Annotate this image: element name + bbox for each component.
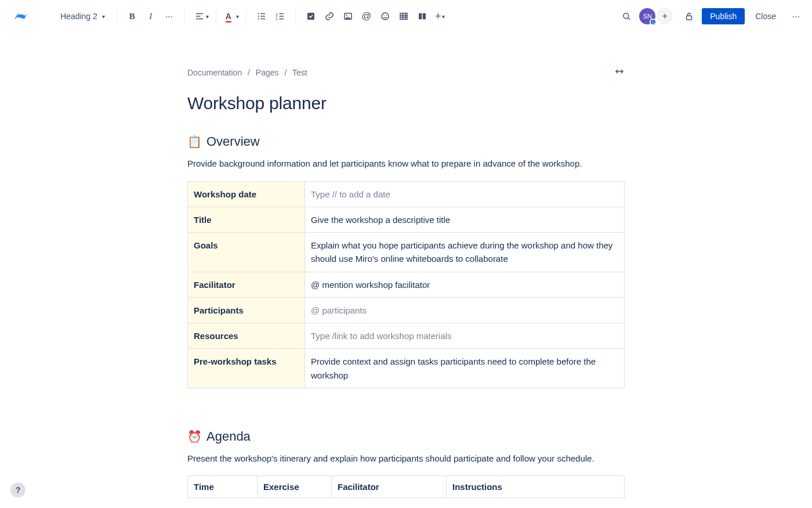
table-row[interactable]: Participants@ participants — [188, 297, 625, 323]
unlock-icon — [684, 11, 694, 21]
more-actions-button[interactable]: ⋯ — [786, 7, 805, 26]
emoji-icon — [380, 11, 390, 21]
table-row[interactable]: GoalsExplain what you hope participants … — [188, 233, 625, 272]
svg-rect-13 — [419, 13, 422, 20]
table-row-label[interactable]: Pre-workshop tasks — [188, 349, 305, 388]
numbered-list-button[interactable]: 123 — [271, 7, 289, 26]
svg-rect-6 — [307, 13, 314, 20]
chevron-down-icon: ▾ — [102, 13, 105, 20]
editor-canvas[interactable]: Documentation / Pages / Test Workshop pl… — [0, 33, 812, 498]
bold-icon: B — [129, 12, 135, 21]
bold-button[interactable]: B — [123, 7, 142, 26]
toolbar-divider — [216, 9, 216, 23]
table-row-value[interactable]: @ participants — [305, 297, 625, 323]
table-row[interactable]: TitleGive the workshop a descriptive tit… — [188, 207, 625, 232]
align-left-icon — [194, 11, 205, 21]
expand-horizontal-icon — [614, 67, 625, 75]
table-column-header[interactable]: Time — [188, 476, 258, 498]
insert-dropdown[interactable]: + ▾ — [432, 7, 447, 26]
svg-point-10 — [383, 15, 385, 16]
table-row-label[interactable]: Resources — [188, 323, 305, 349]
confluence-logo-icon[interactable] — [13, 8, 29, 24]
user-avatar[interactable]: SN S — [639, 8, 655, 24]
page-title[interactable]: Workshop planner — [187, 93, 625, 113]
invite-collaborator-button[interactable]: + — [657, 8, 673, 24]
table-column-header[interactable]: Facilitator — [332, 476, 447, 498]
find-replace-button[interactable] — [617, 7, 636, 26]
breadcrumb: Documentation / Pages / Test — [187, 68, 307, 77]
svg-rect-12 — [400, 13, 407, 20]
image-button[interactable] — [339, 7, 357, 26]
chevron-down-icon: ▾ — [236, 13, 239, 20]
svg-text:3: 3 — [276, 17, 277, 21]
overview-heading[interactable]: 📋 Overview — [187, 134, 625, 149]
table-row-value[interactable]: Type /link to add workshop materials — [305, 323, 625, 349]
text-color-dropdown[interactable]: A ▾ — [222, 7, 240, 26]
numbered-list-icon: 123 — [275, 11, 285, 21]
svg-point-15 — [624, 13, 629, 19]
request-changes-button[interactable] — [680, 7, 698, 26]
toolbar-divider — [295, 9, 296, 23]
table-column-header[interactable]: Instructions — [447, 476, 625, 498]
text-style-dropdown[interactable]: Heading 2 ▾ — [55, 8, 111, 24]
breadcrumb-item[interactable]: Test — [292, 68, 307, 77]
avatar-presence-badge: S — [650, 19, 657, 26]
chevron-down-icon: ▾ — [206, 13, 209, 20]
table-row-label[interactable]: Participants — [188, 297, 305, 323]
plus-icon: + — [662, 11, 668, 21]
agenda-heading[interactable]: ⏰ Agenda — [187, 429, 625, 444]
svg-rect-14 — [423, 13, 426, 20]
text-style-label: Heading 2 — [60, 12, 97, 21]
table-row-value[interactable]: Explain what you hope participants achie… — [305, 233, 625, 272]
align-dropdown[interactable]: ▾ — [191, 7, 210, 26]
clipboard-emoji-icon: 📋 — [187, 135, 202, 149]
svg-point-9 — [382, 13, 389, 20]
overview-description[interactable]: Provide background information and let p… — [187, 157, 625, 171]
bullet-list-button[interactable] — [252, 7, 271, 26]
table-row-value[interactable]: @ mention workshop facilitator — [305, 272, 625, 297]
svg-point-2 — [258, 18, 259, 19]
table-row-label[interactable]: Goals — [188, 233, 305, 272]
layouts-button[interactable] — [413, 7, 432, 26]
breadcrumb-item[interactable]: Documentation — [187, 68, 242, 77]
page-width-toggle[interactable] — [614, 67, 625, 77]
italic-button[interactable]: I — [142, 7, 160, 26]
bullet-list-icon — [256, 11, 267, 21]
layouts-icon — [417, 11, 427, 21]
link-button[interactable] — [320, 7, 339, 26]
close-button[interactable]: Close — [748, 8, 783, 24]
mention-button[interactable]: @ — [357, 7, 376, 26]
action-item-button[interactable] — [302, 7, 320, 26]
table-row[interactable]: ResourcesType /link to add workshop mate… — [188, 323, 625, 349]
breadcrumb-separator: / — [284, 68, 287, 77]
agenda-description[interactable]: Present the workshop's itinerary and exp… — [187, 452, 625, 466]
table-row-label[interactable]: Title — [188, 207, 305, 232]
overview-table[interactable]: Workshop dateType // to add a dateTitleG… — [187, 181, 625, 388]
table-row[interactable]: Pre-workshop tasksProvide context and as… — [188, 349, 625, 388]
table-row[interactable]: Facilitator@ mention workshop facilitato… — [188, 272, 625, 297]
table-row-value[interactable]: Give the workshop a descriptive title — [305, 207, 625, 232]
agenda-table[interactable]: TimeExerciseFacilitatorInstructions — [187, 475, 625, 498]
publish-button[interactable]: Publish — [702, 8, 745, 24]
link-icon — [324, 11, 335, 21]
table-row-value[interactable]: Type // to add a date — [305, 181, 625, 207]
overview-heading-text: Overview — [206, 134, 260, 149]
table-row-label[interactable]: Workshop date — [188, 181, 305, 207]
breadcrumb-item[interactable]: Pages — [256, 68, 279, 77]
breadcrumb-separator: / — [248, 68, 250, 77]
table-icon — [398, 11, 409, 21]
emoji-button[interactable] — [376, 7, 394, 26]
agenda-heading-text: Agenda — [206, 429, 251, 444]
table-column-header[interactable]: Exercise — [258, 476, 332, 498]
table-row[interactable]: Workshop dateType // to add a date — [188, 181, 625, 207]
table-row-value[interactable]: Provide context and assign tasks partici… — [305, 349, 625, 388]
more-icon: ⋯ — [792, 12, 800, 21]
help-icon: ? — [16, 485, 21, 495]
svg-point-0 — [258, 13, 259, 14]
table-row-label[interactable]: Facilitator — [188, 272, 305, 297]
clock-emoji-icon: ⏰ — [187, 430, 202, 444]
table-button[interactable] — [394, 7, 413, 26]
text-color-icon: A — [226, 12, 231, 21]
help-button[interactable]: ? — [10, 482, 26, 498]
more-formatting-button[interactable]: ⋯ — [160, 7, 179, 26]
